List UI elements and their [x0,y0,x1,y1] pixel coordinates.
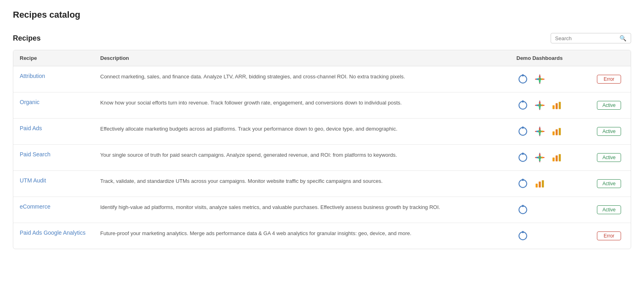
status-badge: Active [597,153,621,162]
svg-rect-20 [553,105,555,109]
barchart-icon[interactable] [550,151,563,164]
crosshair-icon[interactable] [533,73,546,86]
crosshair-icon[interactable] [533,151,546,164]
svg-point-55 [522,205,524,207]
table-header-row: Recipe Description Demo Dashboards [13,50,631,66]
description-text: Connect marketing, sales, and finance da… [100,74,405,80]
recipe-link-paid-search[interactable]: Paid Search [20,151,50,158]
svg-point-36 [519,154,526,161]
svg-point-8 [539,81,541,82]
crosshair-icon[interactable] [533,99,546,112]
recipes-table: Recipe Description Demo Dashboards Attri… [13,50,631,249]
svg-point-9 [537,78,538,80]
ring-icon[interactable] [516,125,529,138]
demo-icons [516,151,576,164]
recipe-link-paid-ads[interactable]: Paid Ads [20,125,42,131]
table-row: Paid Ads Google AnalyticsFuture-proof yo… [13,223,631,249]
svg-point-0 [519,75,526,83]
svg-rect-47 [555,156,557,162]
recipe-link-ecommerce[interactable]: eCommerce [20,203,50,210]
svg-point-54 [519,206,526,213]
svg-point-50 [522,179,524,181]
svg-point-29 [539,128,541,130]
svg-point-43 [541,157,543,158]
svg-point-17 [541,104,543,106]
crosshair-icon[interactable] [533,125,546,138]
svg-point-7 [541,78,543,80]
barchart-icon[interactable] [533,177,546,190]
ring-icon[interactable] [516,177,529,190]
description-text: Identify high-value ad platforms, monito… [100,204,440,210]
svg-rect-35 [559,128,561,135]
table-row: Paid AdsEffectively allocate marketing b… [13,119,631,145]
demo-icons [516,73,576,86]
search-box: 🔍 [551,33,631,43]
table-row: eCommerceIdentify high-value ad platform… [13,197,631,223]
recipe-link-utm-audit[interactable]: UTM Audit [20,177,46,184]
description-text: Future-proof your marketing analytics. M… [100,230,411,236]
demo-icons [516,203,576,216]
svg-point-32 [537,131,538,132]
svg-rect-21 [555,103,557,109]
ring-icon[interactable] [516,229,529,242]
svg-rect-33 [553,131,555,135]
status-badge: Active [597,205,621,214]
svg-rect-51 [536,184,538,187]
description-text: Know how your social efforts turn into r… [100,100,402,106]
table-row: UTM AuditTrack, validate, and standardiz… [13,171,631,197]
status-badge: Active [597,101,621,110]
ring-icon[interactable] [516,151,529,164]
ring-icon[interactable] [516,203,529,216]
svg-rect-53 [542,180,544,187]
description-text: Track, validate, and standardize UTMs ac… [100,178,383,184]
table-row: OrganicKnow how your social efforts turn… [13,92,631,119]
col-header-status [582,50,631,66]
ring-icon[interactable] [516,99,529,112]
svg-point-1 [522,74,524,76]
svg-point-19 [537,104,538,106]
section-title: Recipes [13,34,41,43]
status-badge: Error [597,231,621,240]
svg-point-6 [539,76,541,78]
demo-icons [516,125,576,138]
demo-icons [516,99,576,112]
svg-rect-34 [555,129,557,135]
status-badge: Error [597,75,621,84]
col-header-recipe: Recipe [13,50,94,66]
col-header-demo: Demo Dashboards [510,50,582,66]
table-row: Paid SearchYour single source of truth f… [13,145,631,171]
svg-rect-48 [559,154,561,161]
demo-icons [516,177,576,190]
recipe-link-paid-ads-ga[interactable]: Paid Ads Google Analytics [20,229,85,236]
svg-rect-46 [553,158,555,161]
barchart-icon[interactable] [550,99,563,112]
ring-icon[interactable] [516,73,529,86]
recipe-link-organic[interactable]: Organic [20,99,39,105]
demo-icons [516,229,576,242]
svg-point-11 [522,100,524,102]
page-title: Recipes catalog [13,10,631,20]
svg-point-57 [522,231,524,233]
recipe-link-attribution[interactable]: Attribution [20,73,45,79]
description-text: Effectively allocate marketing budgets a… [100,126,397,132]
svg-point-56 [519,232,526,240]
svg-point-30 [541,131,543,132]
svg-point-16 [539,102,541,104]
svg-point-42 [539,154,541,156]
svg-point-24 [522,127,524,129]
svg-point-18 [539,107,541,109]
svg-point-10 [519,101,526,109]
svg-point-37 [522,153,524,155]
search-icon[interactable]: 🔍 [619,35,626,41]
col-header-description: Description [94,50,510,66]
svg-rect-52 [539,182,541,188]
search-input[interactable] [555,35,619,41]
svg-rect-22 [559,102,561,109]
svg-point-45 [537,157,538,158]
description-text: Your single source of truth for paid sea… [100,152,397,158]
svg-point-23 [519,127,526,135]
svg-point-44 [539,159,541,161]
barchart-icon[interactable] [550,125,563,138]
svg-point-31 [539,133,541,135]
svg-point-49 [519,180,526,187]
